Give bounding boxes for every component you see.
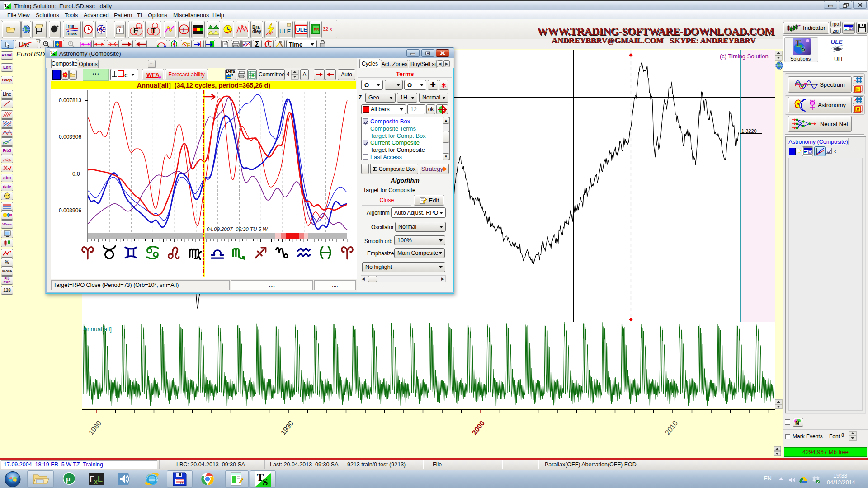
svg-text:!: ! — [268, 42, 269, 47]
svg-text:Tmin: Tmin — [65, 23, 75, 28]
svg-text:S: S — [801, 45, 805, 53]
svg-text:E: E — [133, 27, 138, 35]
svg-text:ULE: ULE — [296, 27, 307, 33]
svg-text:A: A — [856, 107, 859, 112]
svg-text:1: 1 — [118, 28, 121, 33]
svg-text:X: X — [251, 73, 255, 78]
svg-text:T: T — [151, 27, 156, 35]
svg-text:Tmax: Tmax — [65, 31, 77, 36]
svg-text:JAN: JAN — [117, 26, 121, 28]
svg-text:c: c — [124, 71, 128, 79]
svg-text:S: S — [53, 52, 56, 56]
svg-text:w: w — [849, 28, 851, 30]
svg-text:w: w — [809, 151, 811, 154]
svg-text:ULE: ULE — [830, 38, 843, 45]
svg-text:T: T — [795, 38, 801, 48]
svg-text:S: S — [7, 5, 9, 9]
svg-text:N: N — [795, 420, 799, 426]
svg-text:64: 64 — [180, 482, 183, 484]
svg-text:ULE: ULE — [279, 28, 291, 35]
svg-text:H: H — [856, 87, 859, 92]
svg-text:EB: EB — [314, 28, 319, 32]
svg-text:x: x — [94, 478, 98, 485]
svg-text:μ: μ — [66, 474, 71, 483]
svg-text:L: L — [98, 474, 103, 483]
svg-text:S: S — [263, 477, 268, 487]
